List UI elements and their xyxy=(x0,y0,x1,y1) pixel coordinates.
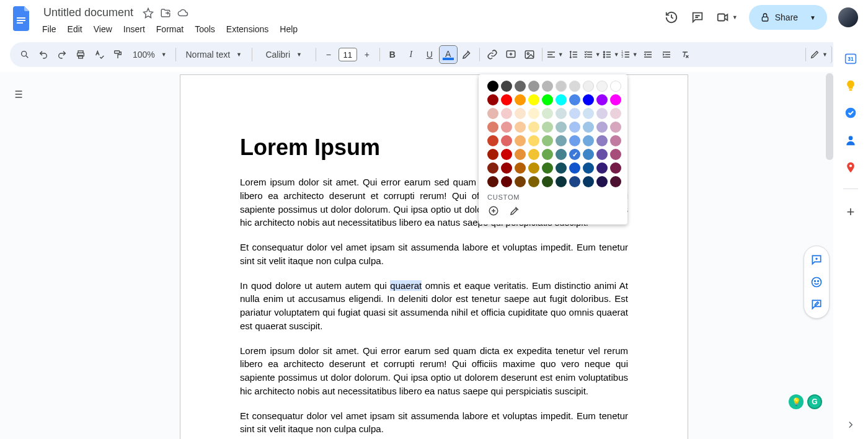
color-swatch[interactable] xyxy=(487,162,498,174)
color-swatch[interactable] xyxy=(501,135,512,146)
color-swatch[interactable] xyxy=(487,135,498,146)
scrollbar-thumb[interactable] xyxy=(826,73,833,160)
menu-insert[interactable]: Insert xyxy=(118,22,150,37)
color-swatch[interactable] xyxy=(528,94,539,105)
tasks-app-icon[interactable] xyxy=(844,107,857,119)
color-swatch[interactable] xyxy=(542,176,553,187)
menu-extensions[interactable]: Extensions xyxy=(221,22,273,37)
star-icon[interactable] xyxy=(142,7,154,19)
color-swatch[interactable] xyxy=(610,176,621,187)
move-icon[interactable] xyxy=(159,7,172,19)
color-swatch[interactable] xyxy=(542,94,553,105)
color-swatch[interactable] xyxy=(487,108,498,119)
color-swatch[interactable] xyxy=(569,149,580,160)
add-comment-bubble-icon[interactable] xyxy=(807,250,826,270)
font-size-input[interactable]: 11 xyxy=(339,48,357,61)
color-swatch[interactable] xyxy=(556,135,567,146)
editing-mode-select[interactable]: ▼ xyxy=(810,46,832,63)
color-swatch[interactable] xyxy=(528,81,539,92)
color-swatch[interactable] xyxy=(556,176,567,187)
grammarly-widget[interactable]: 💡 G xyxy=(789,394,822,409)
clear-formatting-icon[interactable] xyxy=(676,46,694,63)
hide-side-panel-icon[interactable] xyxy=(845,419,856,430)
indent-decrease-icon[interactable] xyxy=(639,46,657,63)
color-swatch[interactable] xyxy=(583,94,594,105)
meet-icon[interactable]: ▼ xyxy=(716,10,738,25)
document-scroll[interactable]: Lorem Ipsum Lorem ipsum dolor sit amet. … xyxy=(35,72,833,439)
eyedropper-icon[interactable] xyxy=(508,205,521,217)
color-swatch[interactable] xyxy=(501,108,512,119)
text-color-button[interactable]: A xyxy=(440,46,457,63)
add-reaction-bubble-icon[interactable] xyxy=(807,272,826,292)
share-caret-icon[interactable]: ▼ xyxy=(803,14,822,21)
color-swatch[interactable] xyxy=(528,149,539,160)
color-swatch[interactable] xyxy=(569,135,580,146)
color-swatch[interactable] xyxy=(542,149,553,160)
color-swatch[interactable] xyxy=(583,135,594,146)
color-swatch[interactable] xyxy=(501,122,512,133)
color-swatch[interactable] xyxy=(487,176,498,187)
menu-tools[interactable]: Tools xyxy=(190,22,220,37)
color-swatch[interactable] xyxy=(583,81,594,92)
paragraph-style-select[interactable]: Normal text▼ xyxy=(180,46,248,63)
outline-toggle-icon[interactable] xyxy=(9,86,26,103)
color-swatch[interactable] xyxy=(501,149,512,160)
color-swatch[interactable] xyxy=(596,81,608,92)
color-swatch[interactable] xyxy=(596,94,608,105)
docs-logo[interactable] xyxy=(10,6,35,31)
insert-link-icon[interactable] xyxy=(484,46,501,63)
insert-image-icon[interactable] xyxy=(521,46,538,63)
color-swatch[interactable] xyxy=(542,108,553,119)
color-swatch[interactable] xyxy=(528,162,539,174)
calendar-app-icon[interactable]: 31 xyxy=(844,52,857,64)
color-swatch[interactable] xyxy=(556,149,567,160)
suggest-edits-bubble-icon[interactable] xyxy=(807,295,826,314)
account-avatar[interactable] xyxy=(838,7,858,27)
zoom-select[interactable]: 100%▼ xyxy=(128,46,172,63)
color-swatch[interactable] xyxy=(596,176,608,187)
numbered-list-select[interactable]: 123▼ xyxy=(621,46,638,63)
color-swatch[interactable] xyxy=(528,108,539,119)
color-swatch[interactable] xyxy=(610,108,621,119)
color-swatch[interactable] xyxy=(569,108,580,119)
menu-help[interactable]: Help xyxy=(275,22,303,37)
cloud-status-icon[interactable] xyxy=(177,7,189,19)
color-swatch[interactable] xyxy=(569,122,580,133)
keep-app-icon[interactable] xyxy=(844,79,857,92)
italic-button[interactable]: I xyxy=(402,46,420,63)
color-swatch[interactable] xyxy=(569,162,580,174)
color-swatch[interactable] xyxy=(556,81,567,92)
add-comment-icon[interactable] xyxy=(502,46,520,63)
search-menu-icon[interactable] xyxy=(16,46,33,63)
paint-format-icon[interactable] xyxy=(109,46,126,63)
color-swatch[interactable] xyxy=(583,108,594,119)
color-swatch[interactable] xyxy=(569,176,580,187)
share-button[interactable]: Share ▼ xyxy=(749,5,827,30)
comments-icon[interactable] xyxy=(690,10,705,25)
grammarly-logo-icon[interactable]: G xyxy=(807,394,822,409)
color-swatch[interactable] xyxy=(583,176,594,187)
color-swatch[interactable] xyxy=(515,108,526,119)
color-swatch[interactable] xyxy=(610,94,621,105)
color-swatch[interactable] xyxy=(556,108,567,119)
color-swatch[interactable] xyxy=(487,94,498,105)
color-swatch[interactable] xyxy=(515,162,526,174)
color-swatch[interactable] xyxy=(528,176,539,187)
color-swatch[interactable] xyxy=(515,81,526,92)
color-swatch[interactable] xyxy=(610,122,621,133)
color-swatch[interactable] xyxy=(583,162,594,174)
indent-increase-icon[interactable] xyxy=(658,46,675,63)
color-swatch[interactable] xyxy=(569,81,580,92)
color-swatch[interactable] xyxy=(501,162,512,174)
add-custom-color-icon[interactable] xyxy=(487,205,500,217)
color-swatch[interactable] xyxy=(542,162,553,174)
vertical-scrollbar[interactable] xyxy=(826,73,833,166)
undo-icon[interactable] xyxy=(35,46,52,63)
color-swatch[interactable] xyxy=(528,122,539,133)
color-swatch[interactable] xyxy=(610,81,621,92)
color-swatch[interactable] xyxy=(528,135,539,146)
color-swatch[interactable] xyxy=(596,108,608,119)
history-icon[interactable] xyxy=(664,10,679,25)
color-swatch[interactable] xyxy=(515,176,526,187)
bold-button[interactable]: B xyxy=(384,46,401,63)
